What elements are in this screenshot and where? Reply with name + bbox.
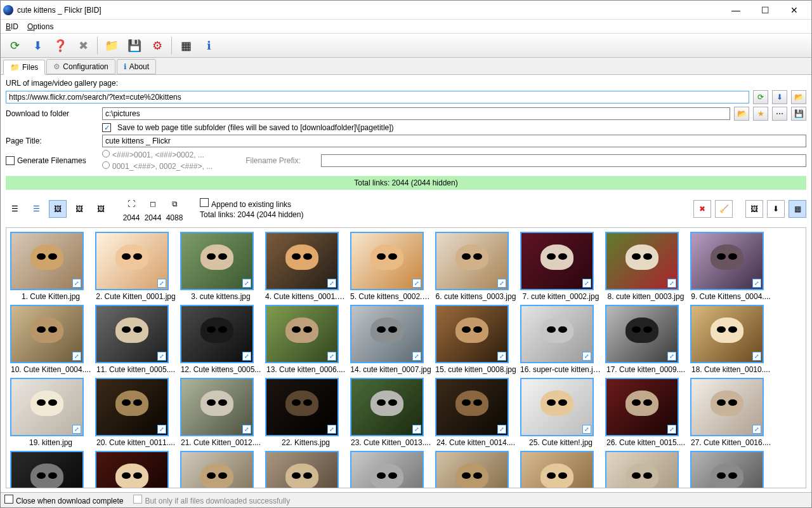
thumbnail-item[interactable]: ⤢12. Cute kittens_0005... <box>180 305 261 374</box>
subfolder-checkbox[interactable] <box>102 123 111 132</box>
thumbnail-item[interactable]: ⤢ <box>435 451 516 488</box>
thumbnail-item[interactable]: ⤢ <box>10 451 91 488</box>
thumbnail-label: 12. Cute kittens_0005... <box>180 365 261 374</box>
tab-about[interactable]: ℹAbout <box>117 59 156 74</box>
save-button[interactable]: 💾 <box>124 36 145 56</box>
only-if-success-checkbox[interactable] <box>133 495 142 504</box>
totals-bar: Total links: 2044 (2044 hidden) <box>6 176 806 190</box>
thumbnail-item[interactable]: ⤢ <box>690 451 771 488</box>
action2-button[interactable]: ⬇ <box>767 200 785 218</box>
thumbnail-item[interactable]: ⤢14. cute kitten_0007.jpg <box>350 305 431 374</box>
url-download-button[interactable]: ⬇ <box>772 90 787 104</box>
thumbnail-item[interactable]: ⤢24. Cute kitten_0014.... <box>435 378 516 447</box>
thumbnail-image: ⤢ <box>435 451 509 488</box>
thumbnail-item[interactable]: ⤢5. Cute kittens_0002.jpg <box>350 232 431 301</box>
maximize-button[interactable]: ☐ <box>750 1 780 19</box>
thumbnail-item[interactable]: ⤢ <box>605 451 686 488</box>
subfolder-label: Save to web page title subfolder (files … <box>117 123 394 132</box>
download-button[interactable]: ⬇ <box>27 36 48 56</box>
menu-options[interactable]: Options <box>27 22 53 31</box>
thumbnail-item[interactable]: ⤢8. cute kitten_0003.jpg <box>605 232 686 301</box>
action1-button[interactable]: 🖼 <box>745 200 763 218</box>
view-thumbs-small-button[interactable]: 🖼 <box>92 200 110 218</box>
thumbnail-label: 6. cute kittens_0003.jpg <box>435 292 516 301</box>
expand-icon: ⤢ <box>157 279 166 288</box>
close-on-complete-checkbox[interactable] <box>4 495 13 504</box>
menu-bid[interactable]: BID <box>6 22 18 31</box>
thumbnail-item[interactable]: ⤢9. Cute Kittens_0004.... <box>690 232 771 301</box>
tab-files[interactable]: 📁Files <box>3 60 45 75</box>
settings-button[interactable]: ⚙ <box>147 36 167 56</box>
filename-pattern2-radio[interactable] <box>102 161 110 169</box>
thumbnail-item[interactable]: ⤢21. Cute Kitten_0012.... <box>180 378 261 447</box>
filter-expand1-button[interactable]: ⛶ <box>122 195 140 213</box>
thumbnail-item[interactable]: ⤢3. cute kittens.jpg <box>180 232 261 301</box>
filename-prefix-input[interactable] <box>321 154 806 167</box>
browse-folder-button[interactable]: 📂 <box>734 107 749 121</box>
thumbnail-label: 4. Cute kittens_0001.jpg <box>265 292 346 301</box>
save-folder-button[interactable]: 💾 <box>791 107 806 121</box>
thumbnail-item[interactable]: ⤢ <box>265 451 346 488</box>
favorite-folder-button[interactable]: ★ <box>753 107 768 121</box>
view-list-button[interactable]: ☰ <box>27 200 45 218</box>
thumbnail-item[interactable]: ⤢ <box>95 451 176 488</box>
view-thumbs-large-button[interactable]: 🖼 <box>49 200 67 218</box>
refresh-button[interactable]: ⟳ <box>4 36 25 56</box>
thumbnail-image: ⤢ <box>520 378 594 436</box>
thumbnail-item[interactable]: ⤢11. Cute kitten_0005.... <box>95 305 176 374</box>
url-input[interactable] <box>6 91 749 104</box>
thumbnail-item[interactable]: ⤢27. Cute Kitten_0016.... <box>690 378 771 447</box>
thumbnail-item[interactable]: ⤢ <box>520 451 601 488</box>
thumbnail-item[interactable]: ⤢7. cute kitten_0002.jpg <box>520 232 601 301</box>
generate-filenames-checkbox[interactable] <box>6 156 15 165</box>
thumbnail-item[interactable]: ⤢19. kitten.jpg <box>10 378 91 447</box>
count-3: 4088 <box>166 213 183 222</box>
filter-expand3-button[interactable]: ⧉ <box>166 195 183 213</box>
url-folder-button[interactable]: 📂 <box>791 90 806 104</box>
append-links-checkbox[interactable] <box>200 198 209 207</box>
close-button[interactable]: ✕ <box>780 1 809 19</box>
thumbnail-item[interactable]: ⤢26. Cute kitten_0015.... <box>605 378 686 447</box>
thumbnail-item[interactable]: ⤢22. Kittens.jpg <box>265 378 346 447</box>
open-folder-button[interactable]: 📁 <box>102 36 122 56</box>
thumbnail-item[interactable]: ⤢10. Cute Kitten_0004.... <box>10 305 91 374</box>
expand-icon: ⤢ <box>327 425 336 434</box>
info-button[interactable]: ℹ <box>199 36 219 56</box>
download-folder-input[interactable] <box>102 107 730 120</box>
grid-button[interactable]: ▦ <box>176 36 196 56</box>
thumbnail-label: 22. Kittens.jpg <box>265 438 346 447</box>
thumbnail-scroll-area[interactable]: ⤢1. Cute Kitten.jpg⤢2. Cute Kitten_0001.… <box>6 227 806 488</box>
more-folder-button[interactable]: ⋯ <box>772 107 787 121</box>
page-title-input[interactable] <box>102 135 806 147</box>
thumbnail-item[interactable]: ⤢2. Cute Kitten_0001.jpg <box>95 232 176 301</box>
thumbnail-item[interactable]: ⤢13. Cute kitten_0006.... <box>265 305 346 374</box>
thumbnail-item[interactable]: ⤢15. cute kitten_0008.jpg <box>435 305 516 374</box>
expand-icon: ⤢ <box>412 425 421 434</box>
thumbnail-item[interactable]: ⤢23. Cute Kitten_0013.... <box>350 378 431 447</box>
delete-button[interactable]: ✖ <box>693 200 711 218</box>
filter-expand2-button[interactable]: ◻ <box>144 195 162 213</box>
thumbnail-item[interactable]: ⤢4. Cute kittens_0001.jpg <box>265 232 346 301</box>
thumbnail-item[interactable]: ⤢6. cute kittens_0003.jpg <box>435 232 516 301</box>
tab-configuration[interactable]: ⚙Configuration <box>46 59 115 74</box>
clear-button[interactable]: 🧹 <box>715 200 733 218</box>
thumbnail-item[interactable]: ⤢1. Cute Kitten.jpg <box>10 232 91 301</box>
view-details-button[interactable]: ☰ <box>6 200 23 218</box>
view-thumbs-med-button[interactable]: 🖼 <box>70 200 88 218</box>
thumbnail-image: ⤢ <box>350 232 424 290</box>
thumbnail-item[interactable]: ⤢ <box>350 451 431 488</box>
minimize-button[interactable]: — <box>721 1 750 19</box>
thumbnail-item[interactable]: ⤢16. super-cute kitten.jpg <box>520 305 601 374</box>
expand-icon: ⤢ <box>582 425 591 434</box>
thumbnail-item[interactable]: ⤢20. Cute kitten_0011.... <box>95 378 176 447</box>
filename-pattern1-radio[interactable] <box>102 150 110 157</box>
url-refresh-button[interactable]: ⟳ <box>753 90 768 104</box>
help-button[interactable]: ❓ <box>50 36 70 56</box>
cancel-button[interactable]: ✖ <box>73 36 93 56</box>
action3-button[interactable]: ▦ <box>789 200 806 218</box>
thumbnail-label: 5. Cute kittens_0002.jpg <box>350 292 431 301</box>
thumbnail-item[interactable]: ⤢17. Cute kitten_0009.... <box>605 305 686 374</box>
thumbnail-item[interactable]: ⤢18. Cute kitten_0010.... <box>690 305 771 374</box>
thumbnail-item[interactable]: ⤢ <box>180 451 261 488</box>
thumbnail-item[interactable]: ⤢25. Cute kitten!.jpg <box>520 378 601 447</box>
